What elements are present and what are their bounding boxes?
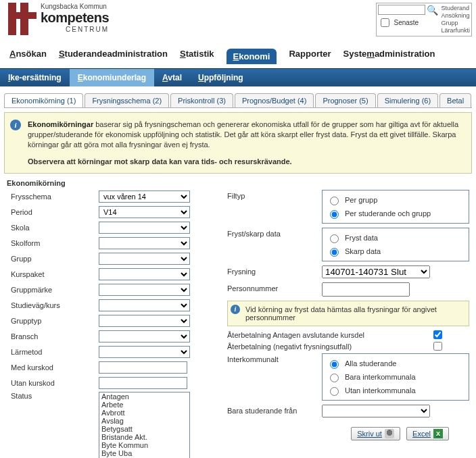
nav-systemadmin[interactable]: Systemadministration — [343, 49, 435, 64]
radio-fryst[interactable] — [330, 234, 339, 243]
tab-bar: Ekonomikörning (1) Frysningsschema (2) P… — [4, 93, 472, 108]
lbl-medkurskod: Med kurskod — [11, 363, 99, 372]
search-input[interactable] — [378, 5, 425, 15]
nav-ansokan[interactable]: Ansökan — [9, 49, 47, 64]
brand-line2: kompetens — [41, 10, 109, 26]
lbl-interkom: Interkommunalt — [227, 353, 322, 363]
status-listbox[interactable]: AntagenArbeteAvbrottAvslagBetygsattBrist… — [99, 392, 190, 458]
chk-aterbet1[interactable] — [433, 330, 442, 339]
radio-utanik[interactable] — [330, 387, 339, 396]
tab-prognosbudget[interactable]: Prognos/Budget (4) — [235, 93, 314, 107]
tab-simulering[interactable]: Simulering (6) — [377, 93, 438, 107]
lbl-utankurskod: Utan kurskod — [11, 379, 99, 387]
tab-frysningsschema[interactable]: Frysningsschema (2) — [85, 93, 169, 107]
info-icon: i — [10, 120, 21, 130]
info-title: Ekonomikörningar — [28, 120, 93, 128]
select-frysschema[interactable]: vux våren 14 — [99, 190, 190, 203]
excel-icon: X — [433, 429, 443, 438]
print-button[interactable]: Skriv ut — [351, 427, 400, 440]
select-barastud[interactable] — [322, 405, 430, 417]
select-grupp[interactable] — [99, 253, 190, 265]
lbl-gruppmarke: Gruppmärke — [11, 286, 99, 294]
senaste-checkbox[interactable] — [381, 18, 389, 27]
input-utankurskod[interactable] — [99, 377, 187, 389]
tab-ekonomikorning[interactable]: Ekonomikörning (1) — [4, 93, 83, 107]
lbl-filtyp: Filtyp — [227, 190, 322, 200]
select-frysning[interactable]: 140701-140731 Slut — [322, 265, 430, 278]
lbl-skola: Skola — [11, 224, 99, 232]
search-side-studerande[interactable]: Studerand — [441, 5, 470, 12]
status-option[interactable]: Avbrott — [99, 409, 189, 417]
select-studievag[interactable] — [99, 299, 190, 311]
tab-betal[interactable]: Betal — [439, 93, 471, 107]
logo-mark — [4, 3, 37, 35]
subnav-avtal[interactable]: Avtal — [154, 69, 190, 86]
select-gruppmarke[interactable] — [99, 284, 190, 296]
lbl-aterbet1: Återbetalning Antagen avslutande kursdel — [227, 331, 364, 339]
status-option[interactable]: Antagen — [99, 392, 189, 401]
select-skola[interactable] — [99, 222, 190, 234]
search-panel: 🔍 Senaste Studerand Ansökning Grupp Lära… — [376, 3, 472, 36]
status-option[interactable]: Arbete — [99, 401, 189, 409]
radio-baraik[interactable] — [330, 374, 339, 382]
search-sidelinks: Studerand Ansökning Grupp Lärarfunkti — [441, 5, 470, 34]
chk-aterbet2[interactable] — [433, 342, 442, 351]
lbl-studievag: Studieväg/kurs — [11, 301, 99, 309]
select-grupptyp[interactable] — [99, 315, 190, 327]
right-column: Filtyp Per grupp Per studerande och grup… — [227, 190, 469, 458]
search-icon[interactable]: 🔍 — [427, 5, 438, 15]
radio-skarp[interactable] — [330, 248, 339, 257]
subnav-uppfoljning[interactable]: Uppföljning — [190, 69, 252, 86]
lbl-pergrupp: Per grupp — [345, 196, 377, 204]
lbl-grupp: Grupp — [11, 255, 99, 263]
lbl-larmetod: Lärmetod — [11, 348, 99, 356]
nav-ekonomi[interactable]: Ekonomi — [227, 49, 277, 64]
input-personnummer[interactable] — [322, 282, 410, 297]
excel-label: Excel — [412, 430, 431, 438]
radio-allastud[interactable] — [330, 360, 339, 369]
radio-perstud[interactable] — [330, 210, 339, 219]
tab-prognoser[interactable]: Prognoser (5) — [315, 93, 375, 107]
nav-studerande[interactable]: Studerandeadministration — [59, 49, 168, 64]
subnav-ike[interactable]: Ike-ersättning — [0, 69, 70, 86]
select-kurspaket[interactable] — [99, 268, 190, 280]
select-larmetod[interactable] — [99, 346, 190, 358]
brand-line1: Kungsbacka Kommun — [41, 3, 109, 10]
status-option[interactable]: Byte Kommun — [99, 441, 189, 449]
lbl-personnummer: Personnummer — [227, 282, 322, 292]
lbl-frysning: Frysning — [227, 265, 322, 276]
select-skolform[interactable] — [99, 237, 190, 249]
select-bransch[interactable] — [99, 330, 190, 342]
radio-pergrupp[interactable] — [330, 197, 339, 205]
fryst-group: Fryst data Skarp data — [322, 228, 469, 261]
nav-statistik[interactable]: Statistik — [180, 49, 214, 64]
search-side-ansokning[interactable]: Ansökning — [441, 12, 470, 20]
input-medkurskod[interactable] — [99, 361, 187, 374]
lbl-grupptyp: Grupptyp — [11, 317, 99, 325]
excel-button[interactable]: Excel X — [406, 427, 449, 440]
status-option[interactable]: Avslag — [99, 417, 189, 425]
hint-text: Vid körning av fryst data hämtas alla fr… — [245, 305, 437, 322]
hint-box: i Vid körning av fryst data hämtas alla … — [227, 301, 469, 326]
select-period[interactable]: V14 — [99, 206, 190, 218]
status-option[interactable]: Bristande Akt. — [99, 433, 189, 441]
search-side-larar[interactable]: Lärarfunkti — [441, 27, 470, 34]
left-column: Frysschema vux våren 14 Period V14 Skola… — [11, 190, 214, 458]
info-obs: Observera att körningar mot skarp data k… — [28, 157, 465, 167]
status-option[interactable]: Betygsatt — [99, 425, 189, 433]
interkom-group: Alla studerande Bara interkommunala Utan… — [322, 353, 469, 401]
nav-rapporter[interactable]: Rapporter — [289, 49, 331, 64]
lbl-bransch: Bransch — [11, 332, 99, 340]
info-icon: i — [231, 305, 240, 314]
print-icon — [385, 429, 394, 438]
lbl-perstud: Per studerande och grupp — [345, 209, 431, 218]
main-nav: Ansökan Studerandeadministration Statist… — [0, 36, 476, 68]
status-option[interactable]: Byte Uba — [99, 449, 189, 457]
brand-line3: CENTRUM — [41, 26, 109, 33]
lbl-aterbet2: Återbetalning (negativt frysningsutfall) — [227, 342, 352, 351]
lbl-frysschema: Frysschema — [11, 193, 99, 201]
tab-priskontroll[interactable]: Priskontroll (3) — [170, 93, 233, 107]
search-side-grupp[interactable]: Grupp — [441, 20, 470, 27]
subnav-ekonomiunderlag[interactable]: Ekonomiunderlag — [70, 69, 154, 86]
info-panel: i Ekonomikörningar baserar sig på frysni… — [4, 112, 472, 174]
